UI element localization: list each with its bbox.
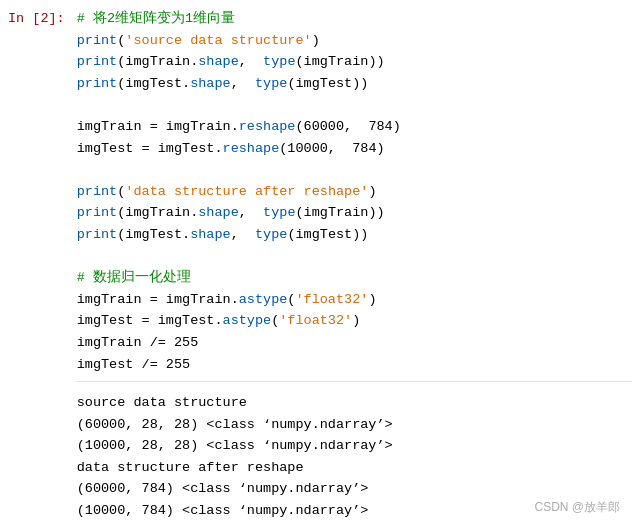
output-line-2: (60000, 28, 28) <class ‘numpy.ndarray’> [77,414,632,436]
code-line-11: print(imgTest.shape, type(imgTest)) [77,224,632,246]
code-line-1: # 将2维矩阵变为1维向量 [77,8,632,30]
code-line-blank1 [77,94,632,116]
code-line-3: print(imgTrain.shape, type(imgTrain)) [77,51,632,73]
output-line-4: data structure after reshape [77,457,632,479]
output-divider [77,381,632,382]
notebook-cell: In [2]: # 将2维矩阵变为1维向量 print('source data… [0,0,636,526]
code-line-4: print(imgTest.shape, type(imgTest)) [77,73,632,95]
code-line-10: print(imgTrain.shape, type(imgTrain)) [77,202,632,224]
code-line-9: print('data structure after reshape') [77,181,632,203]
output-line-3: (10000, 28, 28) <class ‘numpy.ndarray’> [77,435,632,457]
code-line-14: imgTrain = imgTrain.astype('float32') [77,289,632,311]
output-line-5: (60000, 784) <class ‘numpy.ndarray’> [77,478,632,500]
code-line-7: imgTest = imgTest.reshape(10000, 784) [77,138,632,160]
code-line-17: imgTest /= 255 [77,354,632,376]
output-line-1: source data structure [77,392,632,414]
watermark: CSDN @放羊郎 [534,499,620,516]
code-line-15: imgTest = imgTest.astype('float32') [77,310,632,332]
code-block: # 将2维矩阵变为1维向量 print('source data structu… [77,8,632,375]
code-line-16: imgTrain /= 255 [77,332,632,354]
code-line-13: # 数据归一化处理 [77,267,632,289]
code-line-6: imgTrain = imgTrain.reshape(60000, 784) [77,116,632,138]
code-line-2: print('source data structure') [77,30,632,52]
code-line-blank2 [77,159,632,181]
code-line-blank3 [77,246,632,268]
cell-content: # 将2维矩阵变为1维向量 print('source data structu… [73,8,636,522]
cell-label: In [2]: [0,8,73,522]
